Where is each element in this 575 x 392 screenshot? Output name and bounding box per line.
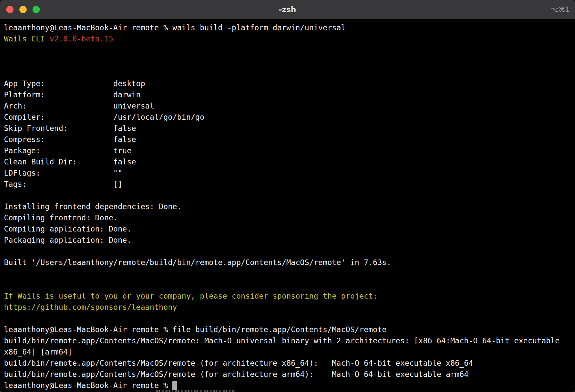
terminal-line: If Wails is useful to you or your compan… — [4, 290, 571, 302]
terminal-line: x86_64] [arm64] — [4, 346, 571, 357]
terminal-line: https://github.com/sponsors/leaanthony — [4, 302, 571, 313]
window-shortcut-badge: ⌥⌘1 — [550, 0, 570, 19]
terminal-text: leaanthony@Leas-MacBook-Air remote % — [4, 381, 172, 390]
terminal-text: Clean Build Dir: false — [4, 158, 136, 166]
terminal-text: Installing frontend dependencies: Done. — [4, 202, 182, 211]
terminal-line — [4, 313, 571, 324]
background-window-sliver — [156, 390, 236, 392]
terminal-text: Wails CLI — [4, 35, 49, 43]
terminal-line: Packaging application: Done. — [4, 234, 571, 246]
minimize-button[interactable] — [19, 6, 27, 13]
terminal-text: build/bin/remote.app/Contents/MacOS/remo… — [4, 370, 468, 379]
terminal-text: leaanthony@Leas-MacBook-Air remote % wai… — [4, 23, 346, 32]
terminal-text: Tags: [] — [4, 180, 122, 188]
terminal-window: -zsh ⌥⌘1 leaanthony@Leas-MacBook-Air rem… — [0, 0, 575, 392]
terminal-line — [4, 56, 571, 67]
titlebar[interactable]: -zsh ⌥⌘1 — [0, 0, 575, 19]
terminal-line: Compiling application: Done. — [4, 223, 571, 234]
terminal-line: Tags: [] — [4, 179, 571, 190]
terminal-line: App Type: desktop — [4, 78, 571, 89]
terminal-text: App Type: desktop — [4, 79, 145, 88]
terminal-line — [4, 44, 571, 56]
terminal-text: Skip Frontend: false — [4, 124, 136, 133]
terminal-line: Installing frontend dependencies: Done. — [4, 201, 571, 212]
terminal-line — [4, 246, 571, 257]
terminal-text: If Wails is useful to you or your compan… — [4, 292, 377, 300]
terminal-text: Packaging application: Done. — [4, 236, 132, 244]
terminal-text: build/bin/remote.app/Contents/MacOS/remo… — [4, 336, 560, 345]
terminal-line — [4, 279, 571, 290]
terminal-line: build/bin/remote.app/Contents/MacOS/remo… — [4, 369, 571, 380]
terminal-line: Package: true — [4, 145, 571, 156]
terminal-line: Built '/Users/leaanthony/remote/build/bi… — [4, 257, 571, 268]
terminal-cursor — [172, 381, 177, 390]
terminal-text: x86_64] [arm64] — [4, 348, 72, 356]
terminal-line: leaanthony@Leas-MacBook-Air remote % fil… — [4, 324, 571, 335]
terminal-line: leaanthony@Leas-MacBook-Air remote % wai… — [4, 22, 571, 33]
terminal-text: LDFlags: "" — [4, 169, 122, 177]
terminal-line: leaanthony@Leas-MacBook-Air remote % — [4, 380, 571, 391]
terminal-text: Compiling frontend: Done. — [4, 213, 118, 222]
close-button[interactable] — [6, 6, 13, 13]
terminal-text: build/bin/remote.app/Contents/MacOS/remo… — [4, 359, 473, 367]
cli-version: v2.0.0-beta.15 — [49, 35, 113, 43]
traffic-lights — [0, 6, 46, 13]
terminal-line — [4, 67, 571, 78]
terminal-line — [4, 190, 571, 201]
terminal-text: Compiling application: Done. — [4, 225, 132, 233]
terminal-line: build/bin/remote.app/Contents/MacOS/remo… — [4, 335, 571, 346]
terminal-text: Built '/Users/leaanthony/remote/build/bi… — [4, 258, 391, 267]
terminal-line: Platform: darwin — [4, 89, 571, 100]
zoom-button[interactable] — [33, 6, 40, 13]
terminal-text: Arch: universal — [4, 102, 154, 110]
terminal-line: Compress: false — [4, 134, 571, 145]
terminal-line: Compiling frontend: Done. — [4, 212, 571, 223]
terminal-line — [4, 268, 571, 279]
terminal-line: Wails CLI v2.0.0-beta.15 — [4, 33, 571, 44]
terminal-line: build/bin/remote.app/Contents/MacOS/remo… — [4, 357, 571, 369]
terminal-line: Compiler: /usr/local/go/bin/go — [4, 111, 571, 123]
terminal-text: Platform: darwin — [4, 90, 140, 99]
terminal-output[interactable]: leaanthony@Leas-MacBook-Air remote % wai… — [0, 19, 575, 391]
terminal-line: Arch: universal — [4, 100, 571, 111]
terminal-line: Clean Build Dir: false — [4, 156, 571, 167]
window-title: -zsh — [0, 0, 575, 19]
terminal-text: leaanthony@Leas-MacBook-Air remote % fil… — [4, 325, 387, 334]
terminal-text: Compress: false — [4, 135, 136, 144]
terminal-text: Package: true — [4, 146, 132, 155]
terminal-line: LDFlags: "" — [4, 167, 571, 179]
terminal-text: Compiler: /usr/local/go/bin/go — [4, 113, 204, 121]
sponsor-link[interactable]: https://github.com/sponsors/leaanthony — [4, 303, 177, 311]
terminal-line: Skip Frontend: false — [4, 123, 571, 134]
